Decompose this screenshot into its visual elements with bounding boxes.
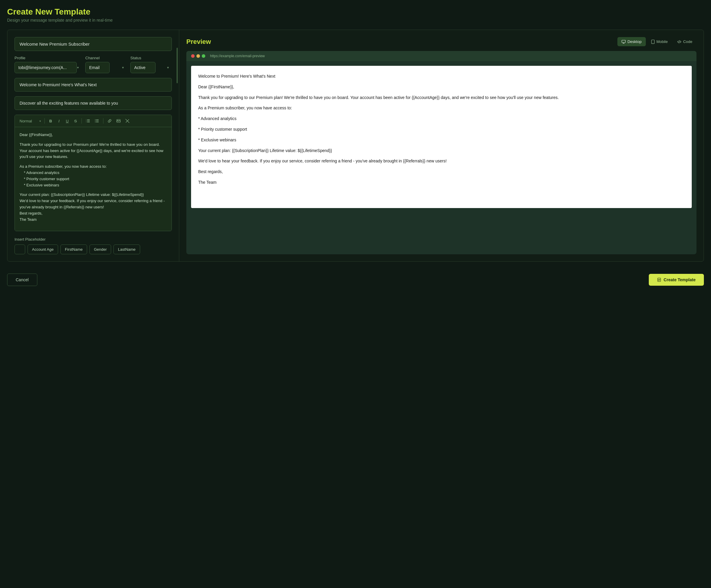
- profile-group: Profile tobi@limejourney.com(A...: [15, 56, 82, 73]
- editor-container: Normal Heading 1 Heading 2 B I U S: [15, 115, 172, 231]
- preview-header: Preview Desktop Mobile: [186, 37, 696, 46]
- mobile-icon: [651, 40, 655, 44]
- email-preview-content: Welcome to Premium! Here's What's Next D…: [191, 66, 692, 208]
- form-row: Profile tobi@limejourney.com(A... Channe…: [15, 56, 172, 73]
- placeholder-tag-lastname[interactable]: LastName: [113, 245, 140, 254]
- svg-rect-2: [87, 122, 90, 122]
- email-para4: We'd love to hear your feedback. If you …: [198, 158, 685, 165]
- ordered-list-button[interactable]: 1. 2. 3.: [84, 117, 92, 125]
- editor-content[interactable]: Dear {{FirstName}}, Thank you for upgrad…: [15, 127, 172, 231]
- placeholder-tags: Account Age FirstName Gender LastName: [15, 245, 172, 254]
- desktop-btn[interactable]: Desktop: [618, 37, 646, 46]
- italic-button[interactable]: I: [56, 117, 63, 125]
- channel-group: Channel Email: [85, 56, 127, 73]
- browser-url: https://example.com/email-preview: [209, 54, 692, 58]
- email-regards: Best regards,: [198, 168, 685, 175]
- placeholder-tag-gender[interactable]: Gender: [89, 245, 111, 254]
- unordered-list-button[interactable]: [93, 117, 101, 125]
- format-select-wrapper: Normal Heading 1 Heading 2: [18, 118, 42, 124]
- status-select[interactable]: Active: [130, 62, 155, 73]
- status-label: Status: [130, 56, 172, 60]
- browser-bar: https://example.com/email-preview: [186, 51, 696, 61]
- email-bullet2: * Priority customer support: [198, 126, 685, 133]
- preheader-input[interactable]: [15, 96, 172, 110]
- insert-placeholder-section: Insert Placeholder Account Age FirstName…: [15, 237, 172, 254]
- email-line2: Dear {{FirstName}},: [198, 84, 685, 91]
- main-container: Profile tobi@limejourney.com(A... Channe…: [7, 30, 704, 262]
- strikethrough-button[interactable]: S: [72, 117, 79, 125]
- page-title: Create New Template: [7, 7, 704, 17]
- svg-rect-0: [87, 120, 90, 120]
- placeholder-tag-firstname[interactable]: FirstName: [60, 245, 87, 254]
- svg-point-11: [95, 122, 96, 122]
- toolbar-divider-2: [82, 118, 82, 124]
- email-para2-intro: As a Premium subscriber, you now have ac…: [198, 105, 685, 112]
- channel-select[interactable]: Email: [85, 62, 110, 73]
- status-group: Status Active: [130, 56, 172, 73]
- profile-label: Profile: [15, 56, 82, 60]
- email-bullet3: * Exclusive webinars: [198, 136, 685, 144]
- link-button[interactable]: [106, 117, 113, 125]
- preview-title: Preview: [186, 38, 211, 46]
- create-template-icon: [657, 278, 661, 282]
- svg-rect-6: [96, 120, 99, 120]
- insert-placeholder-title: Insert Placeholder: [15, 237, 172, 241]
- svg-rect-7: [96, 121, 99, 121]
- clear-format-button[interactable]: [124, 117, 131, 125]
- email-para1: Thank you for upgrading to our Premium p…: [198, 94, 685, 101]
- template-name-input[interactable]: [15, 37, 172, 51]
- email-team: The Team: [198, 179, 685, 186]
- channel-label: Channel: [85, 56, 127, 60]
- browser-dots: [191, 54, 205, 58]
- desktop-icon: [622, 40, 626, 44]
- email-bullet1: * Advanced analytics: [198, 115, 685, 122]
- footer: Cancel Create Template: [7, 268, 704, 287]
- profile-select-wrapper: tobi@limejourney.com(A...: [15, 62, 82, 73]
- bold-button[interactable]: B: [47, 117, 54, 125]
- format-select[interactable]: Normal Heading 1 Heading 2: [18, 118, 42, 124]
- code-icon: [677, 40, 681, 44]
- scrollbar[interactable]: [177, 48, 178, 83]
- code-btn[interactable]: Code: [673, 37, 696, 46]
- editor-toolbar: Normal Heading 1 Heading 2 B I U S: [15, 115, 172, 127]
- preview-controls: Desktop Mobile Code: [618, 37, 696, 46]
- svg-rect-8: [96, 122, 99, 122]
- cancel-button[interactable]: Cancel: [7, 274, 37, 286]
- email-para3: Your current plan: {{SubscriptionPlan}} …: [198, 147, 685, 154]
- svg-text:3.: 3.: [86, 122, 87, 123]
- page-subtitle: Design your message template and preview…: [7, 18, 704, 22]
- subject-input[interactable]: [15, 78, 172, 91]
- image-button[interactable]: [115, 117, 122, 125]
- page-header: Create New Template Design your message …: [7, 7, 704, 22]
- create-template-button[interactable]: Create Template: [649, 274, 704, 286]
- placeholder-tag-empty[interactable]: [15, 245, 25, 254]
- dot-yellow: [196, 54, 200, 58]
- left-panel: Profile tobi@limejourney.com(A... Channe…: [7, 30, 179, 261]
- right-panel: Preview Desktop Mobile: [179, 30, 704, 261]
- svg-point-16: [653, 43, 653, 43]
- toolbar-divider-1: [44, 118, 45, 124]
- status-select-wrapper: Active: [130, 62, 172, 73]
- dot-green: [202, 54, 205, 58]
- dot-red: [191, 54, 195, 58]
- underline-button[interactable]: U: [64, 117, 71, 125]
- channel-select-wrapper: Email: [85, 62, 127, 73]
- placeholder-tag-account-age[interactable]: Account Age: [27, 245, 58, 254]
- browser-mock: https://example.com/email-preview Welcom…: [186, 51, 696, 254]
- svg-point-10: [95, 121, 96, 121]
- profile-select[interactable]: tobi@limejourney.com(A...: [15, 62, 77, 73]
- email-line1: Welcome to Premium! Here's What's Next: [198, 73, 685, 80]
- mobile-btn[interactable]: Mobile: [647, 37, 672, 46]
- svg-rect-14: [622, 40, 625, 42]
- toolbar-divider-3: [103, 118, 103, 124]
- svg-point-9: [95, 120, 96, 120]
- svg-rect-1: [87, 121, 90, 121]
